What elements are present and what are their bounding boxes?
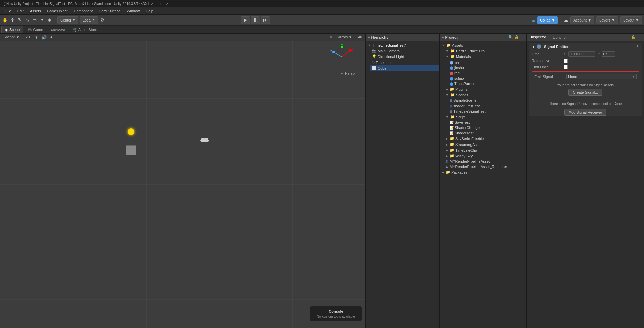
hierarchy-more[interactable]: ⋮ <box>433 35 437 39</box>
tab-scene[interactable]: ◉ Scene <box>1 26 23 33</box>
snap-icon[interactable]: ⚙ <box>99 17 105 23</box>
local-label: Local <box>83 18 91 22</box>
all-filter[interactable]: All <box>356 34 364 40</box>
timeline-icon: ▷ <box>372 60 375 65</box>
persp-label: ← Persp <box>340 71 355 75</box>
signal-emitter-header[interactable]: ▼ Signal Emitter ⋮ <box>529 43 642 50</box>
time-frame-input[interactable] <box>602 51 615 57</box>
create-signal-button[interactable]: Create Signal... <box>568 89 603 96</box>
scene-toolbar: Shaded ▼ 2D ☀ 🔊 ✦ ✕ Gizmos ▼ All <box>0 34 365 41</box>
shaded-dropdown[interactable]: Shaded ▼ <box>1 34 22 40</box>
rect-tool[interactable]: ▭ <box>32 17 38 23</box>
proj-hardsurface[interactable]: ▼ 📁 Hard Surface Pro <box>444 48 526 54</box>
hand-tool[interactable]: ✋ <box>2 17 8 23</box>
collab-button[interactable]: Collab ▼ <box>537 16 558 24</box>
hier-item-timeline[interactable]: ▷ TimeLine <box>370 59 439 65</box>
proj-shadertest2[interactable]: 📝 ShaderTest <box>448 130 526 136</box>
proj-scenes[interactable]: ▼ 📁 Scenes <box>444 92 526 98</box>
proj-red[interactable]: ⬤ red <box>448 70 526 76</box>
project-more[interactable]: ⋮ <box>521 35 524 39</box>
local-button[interactable]: Local ▼ <box>80 16 98 24</box>
proj-plugins[interactable]: ▶ 📁 Plugins <box>444 86 526 92</box>
hier-root[interactable]: ▼ TimeLineSignalTest* ⋮ <box>366 42 439 48</box>
no-receiver-message: There is no Signal Receiver component on… <box>529 100 642 108</box>
fx-toggle[interactable]: ✦ <box>48 34 54 40</box>
close-icon[interactable]: ✕ <box>330 35 333 39</box>
mode-2d[interactable]: 2D <box>23 34 32 40</box>
add-signal-receiver-button[interactable]: Add Signal Receiver <box>564 109 607 116</box>
menu-component[interactable]: Component <box>71 8 95 14</box>
scale-tool[interactable]: ⤡ <box>24 17 30 23</box>
transform-tool[interactable]: ✦ <box>39 17 45 23</box>
proj-timelinesignal[interactable]: ⊞ TimeLineSignalTest <box>448 109 526 114</box>
hier-item-camera[interactable]: 📷 Main Camera <box>370 48 439 54</box>
signal-emitter-more[interactable]: ⋮ <box>636 45 639 49</box>
project-lock[interactable]: 🔒 <box>514 35 519 39</box>
menu-help[interactable]: Help <box>143 8 156 14</box>
inspector-panel: Inspector Lighting 🔒 ⋮ ▼ Signal Emitter … <box>527 34 644 328</box>
menu-window[interactable]: Window <box>124 8 142 14</box>
collab-icon: ☁ <box>531 18 535 23</box>
hier-item-light[interactable]: 💡 Directional Light <box>370 54 439 59</box>
gizmos-dropdown[interactable]: Gizmos ▼ <box>334 34 354 40</box>
proj-packages[interactable]: ▶ 📁 Packages <box>440 169 526 175</box>
lighting-toggle[interactable]: ☀ <box>34 34 40 40</box>
skyserie-folder: 📁 <box>450 136 454 141</box>
proj-myrenderrenderer[interactable]: ⚙ MYRenderPipelineAsset_Renderer <box>444 164 526 169</box>
proj-fire[interactable]: ⬤ fire <box>448 59 526 65</box>
lighting-tab[interactable]: Lighting <box>551 35 568 40</box>
menu-file[interactable]: File <box>3 8 14 14</box>
project-add[interactable]: + <box>442 35 444 39</box>
layers-button[interactable]: Layers ▼ <box>596 16 618 24</box>
project-search[interactable]: 🔍 <box>508 35 513 39</box>
hierarchy-add[interactable]: + <box>368 35 370 39</box>
menu-gameobject[interactable]: GameObject <box>44 8 70 14</box>
retroactive-checkbox[interactable] <box>564 59 568 63</box>
audio-toggle[interactable]: 🔊 <box>41 34 47 40</box>
inspector-lock[interactable]: 🔒 <box>631 35 636 39</box>
tab-game[interactable]: 🎮 Game <box>23 26 47 33</box>
proj-jinshu[interactable]: ⬤ jinshu <box>448 65 526 70</box>
step-button[interactable]: ⏭ <box>261 16 270 24</box>
proj-transparent[interactable]: ⬤ TransParent <box>448 81 526 86</box>
menu-assets[interactable]: Assets <box>27 8 44 14</box>
proj-samplescene[interactable]: ⊞ SampleScene <box>448 98 526 103</box>
proj-suliao[interactable]: ⬤ suliao <box>448 76 526 81</box>
proj-script[interactable]: ▼ 📁 Script <box>444 114 526 120</box>
close-button[interactable]: ✕ <box>165 1 170 6</box>
proj-skyserie[interactable]: ▶ 📁 SkySerie Freebie <box>444 136 526 141</box>
hier-item-cube[interactable]: ⬜ Cube <box>370 65 439 71</box>
restore-button[interactable]: □ <box>159 1 164 6</box>
tab-animator[interactable]: Animator <box>47 26 69 33</box>
proj-myrenderasset[interactable]: ⚙ MYRenderPipelineAsset <box>444 159 526 164</box>
hier-root-more[interactable]: ⋮ <box>433 43 437 47</box>
account-button[interactable]: Account ▼ <box>570 16 594 24</box>
proj-wispysky[interactable]: ▶ 📁 Wispy Sky <box>444 153 526 159</box>
scene-canvas[interactable]: x z y ← Persp Console No custom tools av… <box>0 41 365 328</box>
menu-hardsurface[interactable]: Hard Surface <box>96 8 123 14</box>
menu-edit[interactable]: Edit <box>15 8 27 14</box>
inspector-tab[interactable]: Inspector <box>529 34 548 40</box>
emit-once-checkbox[interactable] <box>564 65 568 69</box>
center-button[interactable]: Center ▼ <box>57 16 78 24</box>
time-value-input[interactable] <box>568 51 595 57</box>
emit-signal-dropdown[interactable]: None ▼ <box>566 74 637 79</box>
play-button[interactable]: ▶ <box>241 16 250 24</box>
proj-timelineclip[interactable]: ▶ 📁 TimeLineClip <box>444 147 526 153</box>
proj-materials[interactable]: ▼ 📁 Materials <box>444 54 526 59</box>
custom-tool[interactable]: ⊕ <box>46 17 52 23</box>
shadertest-icon: ⊞ <box>450 104 452 108</box>
tab-asset-store[interactable]: 🛒 Asset Store <box>69 26 101 33</box>
pause-button[interactable]: ⏸ <box>251 16 260 24</box>
move-tool[interactable]: ✛ <box>9 17 15 23</box>
proj-shadertest[interactable]: ⊞ shaderGrahTest <box>448 103 526 109</box>
cube-object[interactable] <box>126 145 136 155</box>
minimize-button[interactable]: ─ <box>153 1 158 6</box>
rotate-tool[interactable]: ↻ <box>17 17 23 23</box>
proj-shaderchange[interactable]: 📝 ShaderChange <box>448 125 526 130</box>
layout-button[interactable]: Layout ▼ <box>620 16 642 24</box>
inspector-more[interactable]: ⋮ <box>638 35 642 39</box>
proj-savetest[interactable]: 📝 SaveTest <box>448 120 526 125</box>
proj-assets-root[interactable]: ▼ 📁 Assets <box>440 42 526 48</box>
proj-streaming[interactable]: ▶ 📁 StreamingAssets <box>444 141 526 147</box>
